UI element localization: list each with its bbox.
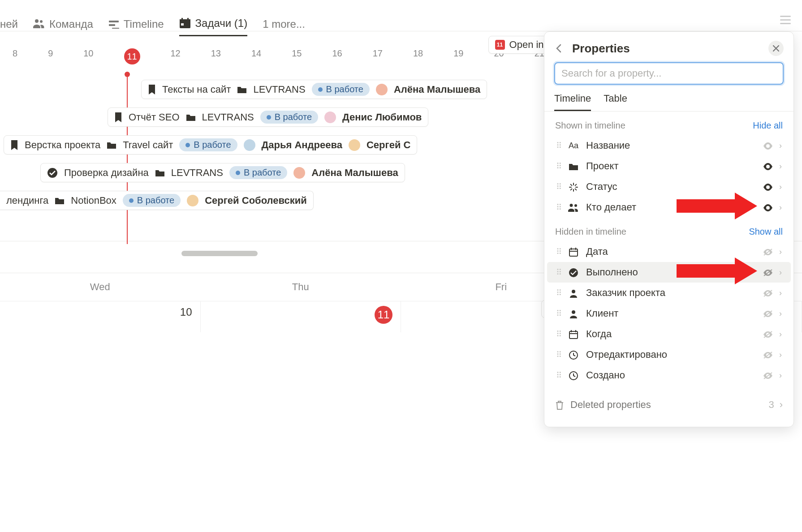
prop-label: Когда xyxy=(586,328,757,340)
cal-date-10[interactable]: 10 xyxy=(0,301,201,332)
prop-client[interactable]: ⠿ Клиент › xyxy=(547,303,791,324)
eye-icon[interactable] xyxy=(763,182,773,192)
chevron-right-icon[interactable]: › xyxy=(779,141,782,150)
panel-tab-timeline[interactable]: Timeline xyxy=(554,93,591,111)
eye-off-icon[interactable] xyxy=(763,309,773,319)
task-name: лендинга xyxy=(6,195,48,206)
task-bar-3[interactable]: Верстка проекта Travel сайт В работе Дар… xyxy=(4,135,417,154)
svg-rect-4 xyxy=(180,19,190,22)
date-18[interactable]: 18 xyxy=(413,48,423,64)
svg-rect-6 xyxy=(187,18,189,21)
clock-icon xyxy=(567,369,580,381)
chevron-right-icon[interactable]: › xyxy=(779,247,782,257)
date-9[interactable]: 9 xyxy=(48,48,53,64)
horizontal-scrollbar[interactable] xyxy=(181,251,258,256)
drag-handle-icon[interactable]: ⠿ xyxy=(556,370,561,380)
deleted-label: Deleted properties xyxy=(570,399,651,411)
drag-handle-icon[interactable]: ⠿ xyxy=(556,247,561,257)
eye-off-icon[interactable] xyxy=(763,329,773,339)
show-all-link[interactable]: Show all xyxy=(749,227,783,237)
folder-icon xyxy=(155,169,165,177)
annotation-arrow-1 xyxy=(677,193,757,219)
date-16[interactable]: 16 xyxy=(332,48,342,64)
date-11-today[interactable]: 11 xyxy=(124,48,140,64)
check-circle-icon xyxy=(47,167,58,178)
tab-timeline-label: Timeline xyxy=(124,18,164,30)
task-bar-5[interactable]: лендинга NotionBox В работе Сергей Собол… xyxy=(0,191,314,210)
chevron-right-icon[interactable]: › xyxy=(779,350,782,360)
eye-off-icon[interactable] xyxy=(763,350,773,360)
task-project: NotionBox xyxy=(71,195,116,206)
bookmark-icon xyxy=(148,85,156,94)
drag-handle-icon[interactable]: ⠿ xyxy=(556,141,561,150)
shown-section-header: Shown in timeline Hide all xyxy=(544,112,793,135)
eye-off-icon[interactable] xyxy=(763,247,773,257)
task-bar-1[interactable]: Тексты на сайт LEVTRANS В работе Алёна М… xyxy=(141,80,487,99)
chevron-right-icon[interactable]: › xyxy=(779,203,782,212)
chevron-right-icon[interactable]: › xyxy=(779,371,782,380)
drag-handle-icon[interactable]: ⠿ xyxy=(556,267,561,277)
calendar-icon xyxy=(179,18,191,29)
prop-created[interactable]: ⠿ Создано › xyxy=(547,365,791,386)
date-12[interactable]: 12 xyxy=(171,48,181,64)
svg-rect-7 xyxy=(181,23,184,26)
shown-label: Shown in timeline xyxy=(555,120,625,131)
prop-when[interactable]: ⠿ Когда › xyxy=(547,324,791,344)
clock-icon xyxy=(567,349,580,360)
panel-tab-table[interactable]: Table xyxy=(604,93,627,111)
deleted-properties-row[interactable]: Deleted properties 3 › xyxy=(544,392,793,418)
chevron-right-icon[interactable]: › xyxy=(779,330,782,339)
person-icon xyxy=(567,287,580,299)
hide-all-link[interactable]: Hide all xyxy=(753,120,783,131)
drag-handle-icon[interactable]: ⠿ xyxy=(556,309,561,318)
hidden-label: Hidden in timeline xyxy=(555,227,626,237)
eye-off-icon[interactable] xyxy=(763,370,773,381)
eye-icon[interactable] xyxy=(763,202,773,213)
eye-off-icon[interactable] xyxy=(763,288,773,298)
properties-panel: Properties Timeline Table Shown in timel… xyxy=(544,31,794,427)
chevron-right-icon[interactable]: › xyxy=(779,182,782,192)
chevron-right-icon[interactable]: › xyxy=(779,288,782,298)
drag-handle-icon[interactable]: ⠿ xyxy=(556,202,561,212)
date-13[interactable]: 13 xyxy=(211,48,221,64)
svg-rect-2 xyxy=(112,28,119,29)
prop-label: Создано xyxy=(586,369,757,381)
date-17[interactable]: 17 xyxy=(373,48,383,64)
eye-icon[interactable] xyxy=(763,161,773,172)
window-menu-icon[interactable] xyxy=(780,13,791,26)
drag-handle-icon[interactable]: ⠿ xyxy=(556,350,561,360)
prop-name[interactable]: ⠿ Aa Название › xyxy=(547,135,791,156)
drag-handle-icon[interactable]: ⠿ xyxy=(556,161,561,171)
date-10[interactable]: 10 xyxy=(83,48,93,64)
timeline-icon xyxy=(108,20,119,29)
cal-day-wed: Wed xyxy=(0,273,201,301)
task-bar-4[interactable]: Проверка дизайна LEVTRANS В работе Алёна… xyxy=(40,163,405,182)
task-project: LEVTRANS xyxy=(202,112,254,123)
prop-customer[interactable]: ⠿ Заказчик проекта › xyxy=(547,283,791,303)
text-icon: Aa xyxy=(567,141,580,150)
close-button[interactable] xyxy=(768,41,784,56)
date-8[interactable]: 8 xyxy=(13,48,17,64)
drag-handle-icon[interactable]: ⠿ xyxy=(556,329,561,339)
date-19[interactable]: 19 xyxy=(453,48,463,64)
task-project: Travel сайт xyxy=(123,139,173,151)
task-assignee: Сергей Соболевский xyxy=(205,195,307,206)
property-search-input[interactable] xyxy=(554,62,784,85)
prop-label: Отредактировано xyxy=(586,349,757,360)
cal-date-11-today[interactable]: 11 xyxy=(201,301,401,332)
eye-off-icon[interactable] xyxy=(763,267,773,278)
prop-edited[interactable]: ⠿ Отредактировано › xyxy=(547,344,791,365)
svg-rect-0 xyxy=(109,21,119,22)
date-15[interactable]: 15 xyxy=(292,48,302,64)
task-bar-2[interactable]: Отчёт SEO LEVTRANS В работе Денис Любимо… xyxy=(108,107,428,127)
chevron-right-icon[interactable]: › xyxy=(779,268,782,277)
chevron-right-icon[interactable]: › xyxy=(779,162,782,171)
date-14[interactable]: 14 xyxy=(251,48,261,64)
eye-icon[interactable] xyxy=(763,141,773,151)
drag-handle-icon[interactable]: ⠿ xyxy=(556,182,561,192)
chevron-right-icon[interactable]: › xyxy=(779,309,782,318)
drag-handle-icon[interactable]: ⠿ xyxy=(556,288,561,298)
prop-project[interactable]: ⠿ Проект › xyxy=(547,156,791,176)
status-pill: В работе xyxy=(260,111,318,124)
back-button[interactable] xyxy=(554,43,564,53)
